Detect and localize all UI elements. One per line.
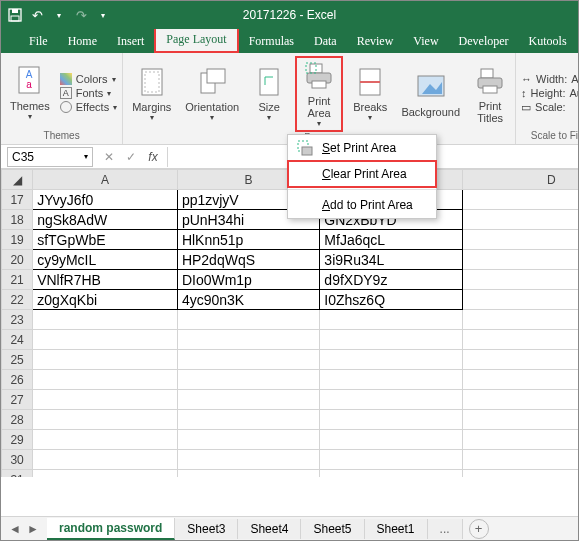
sheet-tab-overflow[interactable]: ...: [428, 519, 463, 539]
sheet-tab-sheet4[interactable]: Sheet4: [238, 519, 301, 539]
row-header[interactable]: 22: [2, 290, 33, 310]
cell[interactable]: [33, 410, 178, 430]
cell[interactable]: [320, 390, 462, 410]
sheet-nav-prev-icon[interactable]: ◄: [9, 522, 21, 536]
col-header-A[interactable]: A: [33, 170, 178, 190]
cell[interactable]: cy9yMcIL: [33, 250, 178, 270]
cell[interactable]: [462, 290, 578, 310]
margins-button[interactable]: Margins▾: [128, 64, 175, 124]
cell[interactable]: [462, 210, 578, 230]
cell[interactable]: [33, 430, 178, 450]
scale-width-row[interactable]: ↔ Width: Aut: [521, 73, 578, 85]
row-header[interactable]: 20: [2, 250, 33, 270]
cell[interactable]: [320, 470, 462, 478]
cell[interactable]: [462, 350, 578, 370]
cell[interactable]: [462, 330, 578, 350]
tab-developer[interactable]: Developer: [449, 30, 519, 53]
cell[interactable]: [33, 370, 178, 390]
orientation-button[interactable]: Orientation▾: [181, 64, 243, 124]
chevron-down-icon[interactable]: ▾: [84, 153, 88, 161]
cell[interactable]: [462, 310, 578, 330]
cell[interactable]: [320, 430, 462, 450]
row-header[interactable]: 19: [2, 230, 33, 250]
cell[interactable]: [462, 390, 578, 410]
cell[interactable]: [462, 250, 578, 270]
cell[interactable]: [462, 450, 578, 470]
cell[interactable]: d9fXDY9z: [320, 270, 462, 290]
cell[interactable]: MfJa6qcL: [320, 230, 462, 250]
print-titles-button[interactable]: Print Titles: [470, 63, 510, 126]
cell[interactable]: ngSk8AdW: [33, 210, 178, 230]
cell[interactable]: [33, 470, 178, 478]
cell[interactable]: 4yc90n3K: [177, 290, 319, 310]
cell[interactable]: [33, 390, 178, 410]
row-header[interactable]: 30: [2, 450, 33, 470]
cell[interactable]: [33, 330, 178, 350]
scale-height-row[interactable]: ↕ Height: Aut: [521, 87, 578, 99]
cell[interactable]: [177, 310, 319, 330]
menu-set-print-area[interactable]: Set Print Area: [288, 135, 436, 161]
sheet-tab-sheet1[interactable]: Sheet1: [365, 519, 428, 539]
cell[interactable]: [462, 410, 578, 430]
tab-insert[interactable]: Insert: [107, 30, 154, 53]
fx-icon[interactable]: fx: [145, 150, 161, 164]
cell[interactable]: [320, 410, 462, 430]
fonts-button[interactable]: A Fonts ▾: [60, 86, 117, 100]
cell[interactable]: VNlfR7HB: [33, 270, 178, 290]
cell[interactable]: [320, 370, 462, 390]
tab-file[interactable]: File: [19, 30, 58, 53]
name-box[interactable]: C35 ▾: [7, 147, 93, 167]
size-button[interactable]: Size▾: [249, 64, 289, 124]
row-header[interactable]: 23: [2, 310, 33, 330]
col-header-D[interactable]: D: [462, 170, 578, 190]
menu-add-to-print-area[interactable]: Add to Print Area: [288, 192, 436, 218]
row-header[interactable]: 26: [2, 370, 33, 390]
cell[interactable]: [462, 190, 578, 210]
cell[interactable]: sfTGpWbE: [33, 230, 178, 250]
effects-button[interactable]: Effects ▾: [60, 100, 117, 114]
cell[interactable]: [177, 470, 319, 478]
row-header[interactable]: 25: [2, 350, 33, 370]
tab-view[interactable]: View: [403, 30, 448, 53]
cell[interactable]: [177, 430, 319, 450]
sheet-tab-sheet3[interactable]: Sheet3: [175, 519, 238, 539]
cell[interactable]: JYvyJ6f0: [33, 190, 178, 210]
tab-formulas[interactable]: Formulas: [239, 30, 304, 53]
tab-data[interactable]: Data: [304, 30, 347, 53]
cell[interactable]: [177, 350, 319, 370]
cell[interactable]: [320, 450, 462, 470]
cell[interactable]: [320, 310, 462, 330]
print-area-button[interactable]: Print Area▾: [295, 56, 343, 132]
row-header[interactable]: 24: [2, 330, 33, 350]
row-header[interactable]: 28: [2, 410, 33, 430]
sheet-tab-sheet5[interactable]: Sheet5: [301, 519, 364, 539]
cell[interactable]: HP2dqWqS: [177, 250, 319, 270]
enter-icon[interactable]: ✓: [123, 150, 139, 164]
row-header[interactable]: 18: [2, 210, 33, 230]
cell[interactable]: [462, 270, 578, 290]
cell[interactable]: I0Zhsz6Q: [320, 290, 462, 310]
cell[interactable]: HlKnn51p: [177, 230, 319, 250]
cell[interactable]: [33, 450, 178, 470]
tab-review[interactable]: Review: [347, 30, 404, 53]
cell[interactable]: [33, 310, 178, 330]
new-sheet-button[interactable]: +: [469, 519, 489, 539]
cell[interactable]: [462, 430, 578, 450]
scale-scale-row[interactable]: ▭ Scale:: [521, 101, 578, 114]
background-button[interactable]: Background: [397, 69, 464, 120]
cell[interactable]: [462, 470, 578, 478]
cell[interactable]: [320, 330, 462, 350]
cell[interactable]: DIo0Wm1p: [177, 270, 319, 290]
cell[interactable]: [462, 230, 578, 250]
cell[interactable]: [177, 410, 319, 430]
breaks-button[interactable]: Breaks▾: [349, 64, 391, 124]
row-header[interactable]: 27: [2, 390, 33, 410]
cell[interactable]: [177, 390, 319, 410]
cell[interactable]: z0gXqKbi: [33, 290, 178, 310]
themes-button[interactable]: Aa Themes ▾: [6, 63, 54, 123]
row-header[interactable]: 21: [2, 270, 33, 290]
colors-button[interactable]: Colors ▾: [60, 72, 117, 86]
row-header[interactable]: 31: [2, 470, 33, 478]
row-header[interactable]: 29: [2, 430, 33, 450]
sheet-nav-next-icon[interactable]: ►: [27, 522, 39, 536]
